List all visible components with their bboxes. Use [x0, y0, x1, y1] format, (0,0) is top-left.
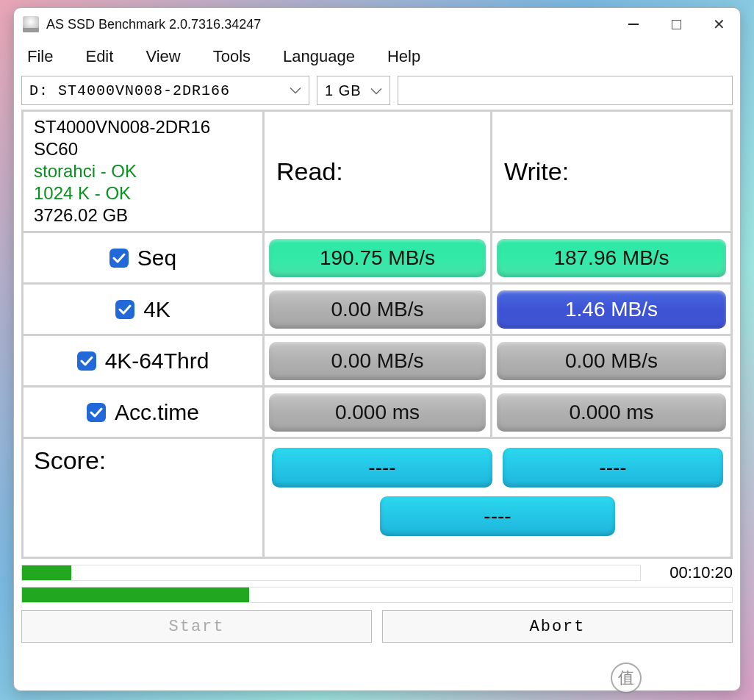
acc-read-value: 0.000 ms — [269, 393, 486, 432]
drive-firmware: SC60 — [34, 138, 252, 160]
progress-current-fill — [22, 565, 71, 580]
elapsed-time: 00:10:20 — [648, 563, 733, 582]
row-acc: Acc.time 0.000 ms 0.000 ms — [24, 388, 730, 439]
action-buttons: Start Abort — [21, 610, 733, 643]
4k64-read-value: 0.00 MB/s — [269, 342, 486, 380]
close-button[interactable]: ✕ — [697, 8, 740, 40]
drive-select[interactable]: D: ST4000VN008-2DR166 — [21, 76, 309, 105]
window-title: AS SSD Benchmark 2.0.7316.34247 — [46, 17, 612, 32]
progress-overall-fill — [22, 588, 249, 602]
score-read: ---- — [272, 448, 492, 488]
label-seq: Seq — [137, 246, 176, 271]
progress-area: 00:10:20 — [21, 563, 733, 603]
close-icon: ✕ — [713, 15, 725, 33]
minimize-icon — [628, 24, 639, 25]
drive-select-value: D: ST4000VN008-2DR166 — [29, 82, 230, 99]
progress-current — [21, 565, 641, 581]
label-acc: Acc.time — [115, 400, 199, 425]
seq-read-value: 190.75 MB/s — [269, 239, 486, 277]
progress-overall — [21, 587, 733, 603]
write-header: Write: — [497, 157, 726, 186]
results-grid: ST4000VN008-2DR16 SC60 storahci - OK 102… — [21, 110, 733, 559]
row-score: Score: ---- ---- ---- — [24, 439, 730, 557]
drive-info: ST4000VN008-2DR16 SC60 storahci - OK 102… — [24, 112, 265, 231]
drive-alignment: 1024 K - OK — [34, 182, 252, 204]
score-area: ---- ---- ---- — [265, 439, 730, 557]
menu-file[interactable]: File — [27, 47, 53, 66]
maximize-button[interactable] — [655, 8, 697, 40]
minimize-button[interactable] — [612, 8, 655, 40]
label-4k: 4K — [143, 297, 170, 322]
checkbox-4k64[interactable] — [77, 351, 96, 371]
app-window: AS SSD Benchmark 2.0.7316.34247 ✕ File E… — [13, 7, 741, 691]
maximize-icon — [672, 20, 681, 29]
drive-driver: storahci - OK — [34, 160, 252, 182]
read-header-cell: Read: — [265, 112, 492, 231]
spare-field — [398, 76, 733, 105]
checkbox-seq[interactable] — [109, 249, 129, 268]
score-write: ---- — [503, 448, 723, 488]
chevron-down-icon — [290, 82, 301, 99]
seq-write-value: 187.96 MB/s — [497, 239, 726, 277]
menu-help[interactable]: Help — [387, 47, 420, 66]
header-row: ST4000VN008-2DR16 SC60 storahci - OK 102… — [24, 112, 730, 233]
row-4k: 4K 0.00 MB/s 1.46 MB/s — [24, 285, 730, 336]
size-select-value: 1 GB — [325, 82, 362, 99]
app-icon — [23, 16, 39, 32]
menubar: File Edit View Tools Language Help — [14, 40, 740, 73]
menu-language[interactable]: Language — [283, 47, 355, 66]
checkbox-4k[interactable] — [115, 300, 134, 319]
score-label: Score: — [34, 446, 252, 475]
menu-tools[interactable]: Tools — [213, 47, 251, 66]
selectors-row: D: ST4000VN008-2DR166 1 GB — [14, 73, 740, 110]
start-button[interactable]: Start — [21, 610, 372, 643]
read-header: Read: — [269, 157, 486, 186]
drive-model: ST4000VN008-2DR16 — [34, 116, 252, 138]
score-total: ---- — [380, 496, 615, 536]
menu-view[interactable]: View — [146, 47, 180, 66]
size-select[interactable]: 1 GB — [317, 76, 390, 105]
row-seq: Seq 190.75 MB/s 187.96 MB/s — [24, 233, 730, 285]
chevron-down-icon — [370, 82, 382, 99]
menu-edit[interactable]: Edit — [85, 47, 113, 66]
write-header-cell: Write: — [492, 112, 730, 231]
acc-write-value: 0.000 ms — [497, 393, 726, 432]
row-4k64: 4K-64Thrd 0.00 MB/s 0.00 MB/s — [24, 336, 730, 388]
window-controls: ✕ — [612, 8, 740, 40]
abort-button[interactable]: Abort — [382, 610, 733, 643]
label-4k64: 4K-64Thrd — [105, 349, 209, 374]
4k64-write-value: 0.00 MB/s — [497, 342, 726, 380]
drive-capacity: 3726.02 GB — [34, 204, 252, 226]
checkbox-acc[interactable] — [87, 403, 106, 422]
4k-read-value: 0.00 MB/s — [269, 290, 486, 329]
4k-write-value: 1.46 MB/s — [497, 290, 726, 329]
titlebar[interactable]: AS SSD Benchmark 2.0.7316.34247 ✕ — [14, 8, 740, 40]
